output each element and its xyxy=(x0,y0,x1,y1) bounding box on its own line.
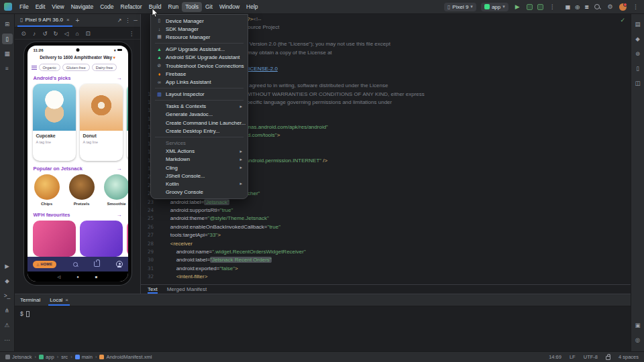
nav-search-icon[interactable] xyxy=(72,261,78,267)
rotate-right-icon[interactable]: ↻ xyxy=(51,29,60,38)
menubar-item-tools[interactable]: Tools xyxy=(182,2,202,12)
terminal-tool-icon[interactable]: >_ xyxy=(2,290,13,301)
snack-card-cupcake[interactable]: CupcakeA tag line xyxy=(33,84,76,161)
apply-code-changes-button[interactable] xyxy=(537,4,543,10)
avatar[interactable] xyxy=(619,3,627,11)
menubar-item-refactor[interactable]: Refactor xyxy=(117,2,146,12)
filter-chip-gluten-free[interactable]: Gluten-free xyxy=(62,64,90,71)
caret-position[interactable]: 14:69 xyxy=(549,354,561,360)
code-line[interactable]: 31 android:exported="false"> xyxy=(141,265,631,273)
menu-item-device-manager[interactable]: ▯Device Manager xyxy=(151,17,248,25)
running-devices-tool-icon[interactable]: ▯ xyxy=(2,34,13,44)
terminal-output[interactable]: $ xyxy=(15,306,631,351)
rotate-left-icon[interactable]: ↺ xyxy=(40,29,50,38)
emu-more-icon[interactable]: ⋮ xyxy=(127,29,136,38)
menu-item-resource-manager[interactable]: ▦Resource Manager xyxy=(151,33,248,41)
apply-changes-button[interactable] xyxy=(527,4,533,10)
editor-tab-text[interactable]: Text xyxy=(148,285,158,294)
menubar-item-navigate[interactable]: Navigate xyxy=(68,2,97,12)
menu-item-markdown[interactable]: Markdown▸ xyxy=(151,156,248,164)
code-line[interactable]: 30 android:label="Jetsnack Recent Orders… xyxy=(141,256,631,264)
terminal-tab-local[interactable]: Local × xyxy=(48,294,70,306)
back-nav-icon[interactable]: ◁ xyxy=(58,274,61,279)
add-device-tab-button[interactable]: + xyxy=(72,17,83,24)
menu-item-sdk-manager[interactable]: ↓SDK Manager xyxy=(151,25,248,33)
menu-item-troubleshoot-device-connections[interactable]: ⊘Troubleshoot Device Connections xyxy=(151,62,248,70)
search-button[interactable] xyxy=(594,3,601,11)
code-line[interactable]: 26 android:enableOnBackInvokedCallback="… xyxy=(141,223,631,231)
breadcrumb-item-app[interactable]: app xyxy=(39,354,54,360)
menu-item-jshell-console[interactable]: JShell Console... xyxy=(151,172,248,180)
menu-item-tasks-contexts[interactable]: Tasks & Contexts▸ xyxy=(151,103,248,111)
screenshot-icon[interactable]: ⊡ xyxy=(83,29,93,38)
code-line[interactable]: 23 android:label="Jetsnack" xyxy=(141,198,631,206)
wfh-card[interactable] xyxy=(80,221,123,257)
menu-item-xml-actions[interactable]: XML Actions▸ xyxy=(151,147,248,156)
file-encoding[interactable]: UTF-8 xyxy=(584,354,598,360)
kebab-menu-button[interactable]: ⋮ xyxy=(631,3,640,11)
menu-item-android-sdk-upgrade-assistant[interactable]: ▲Android SDK Upgrade Assistant xyxy=(151,54,248,62)
nav-home-button[interactable]: ⌂ HOME xyxy=(33,261,57,268)
recents-nav-icon[interactable]: ■ xyxy=(95,275,98,279)
layout-inspector-strip-icon[interactable]: ▣ xyxy=(633,320,643,330)
device-manager-strip-icon[interactable]: ▯ xyxy=(633,63,643,74)
menu-item-app-links-assistant[interactable]: ∞App Links Assistant xyxy=(151,78,248,86)
power-icon[interactable]: ⊙ xyxy=(19,29,28,38)
menubar-item-edit[interactable]: Edit xyxy=(32,2,49,12)
filter-chip-dairy-free[interactable]: Dairy-free xyxy=(92,64,117,71)
version-control-tool-icon[interactable]: ⋔ xyxy=(2,305,13,316)
menubar-item-file[interactable]: File xyxy=(16,2,32,12)
filter-chip-organic[interactable]: Organic xyxy=(39,64,60,71)
menu-item-firebase[interactable]: ♦Firebase xyxy=(151,70,248,78)
notifications-icon[interactable]: ▤ xyxy=(633,19,643,29)
project-tool-icon[interactable]: ⊞ xyxy=(2,19,13,29)
code-line[interactable]: 27 tools:targetApi="33"> xyxy=(141,231,631,239)
logcat-button[interactable]: ≣ xyxy=(584,4,589,10)
structure-tool-icon[interactable]: ≡ xyxy=(2,63,13,74)
menu-item-layout-inspector[interactable]: ▥Layout Inspector xyxy=(151,90,248,99)
inspections-ok-icon[interactable]: ✓ xyxy=(620,17,625,23)
gradle-icon[interactable]: ⊚ xyxy=(633,48,643,59)
menu-item-kotlin[interactable]: Kotlin▸ xyxy=(151,180,248,188)
menu-item-create-desktop-entry[interactable]: Create Desktop Entry... xyxy=(151,127,248,135)
close-icon[interactable]: × xyxy=(65,297,68,303)
phone-screen[interactable]: 11:26 ▾ Delivery to 1600 Amphitheater Wa… xyxy=(28,46,128,282)
breadcrumb-item-src[interactable]: src xyxy=(61,354,68,360)
menu-item-create-command-line-launcher[interactable]: Create Command Line Launcher... xyxy=(151,119,248,127)
run-config-selector[interactable]: app ▾ xyxy=(481,3,508,11)
indent-setting[interactable]: 4 spaces xyxy=(619,354,639,360)
arrow-forward-icon[interactable]: → xyxy=(117,212,122,218)
nav-profile-icon[interactable] xyxy=(116,261,123,267)
menubar-item-view[interactable]: View xyxy=(48,2,67,12)
menubar-item-code[interactable]: Code xyxy=(97,2,117,12)
settings-button[interactable]: ⚙ xyxy=(606,3,614,11)
read-lock-icon[interactable] xyxy=(606,356,610,360)
menubar-item-run[interactable]: Run xyxy=(165,2,182,12)
code-line[interactable]: 29 android:name=".widget.RecentOrdersWid… xyxy=(141,248,631,256)
resource-manager-tool-icon[interactable]: ▦ xyxy=(2,48,13,59)
arrow-forward-icon[interactable]: → xyxy=(117,166,122,172)
home-nav-icon[interactable]: ⌂ xyxy=(72,29,82,38)
menu-item-groovy-console[interactable]: Groovy Console xyxy=(151,188,248,196)
code-line[interactable]: 28 <receiver xyxy=(141,240,631,248)
delivery-selector[interactable]: Delivery to 1600 Amphitheater Way ▾ xyxy=(28,53,128,62)
volume-icon[interactable]: ♪ xyxy=(30,29,39,38)
hide-panel-icon[interactable]: ─ xyxy=(133,17,138,23)
line-separator[interactable]: LF xyxy=(570,354,576,360)
layout-inspector-button[interactable]: ▦ xyxy=(566,4,571,10)
menu-item-generate-javadoc[interactable]: Generate Javadoc... xyxy=(151,111,248,119)
popular-item-chips[interactable]: Chips xyxy=(33,174,61,210)
code-line[interactable]: 24 android:supportsRtl="true" xyxy=(141,206,631,215)
device-tab-pixel-9[interactable]: ▯ Pixel 9 API 36.0 × xyxy=(17,14,72,27)
app-insights-icon[interactable]: ◎ xyxy=(633,335,643,345)
more-run-actions-button[interactable]: ⋮ xyxy=(548,3,557,11)
menubar-item-window[interactable]: Window xyxy=(216,2,243,12)
ai-assistant-icon[interactable]: ◆ xyxy=(633,34,643,44)
popular-item-pretzels[interactable]: Pretzels xyxy=(68,174,96,210)
more-tools-icon[interactable]: ⋯ xyxy=(2,335,13,345)
run-tool-icon[interactable]: ▶ xyxy=(2,261,13,272)
run-button[interactable]: ▶ xyxy=(513,3,522,11)
popular-item-smoothie[interactable]: Smoothie xyxy=(103,174,128,210)
code-line[interactable]: 32 <intent-filter> xyxy=(141,273,631,281)
wfh-card[interactable] xyxy=(33,221,76,257)
